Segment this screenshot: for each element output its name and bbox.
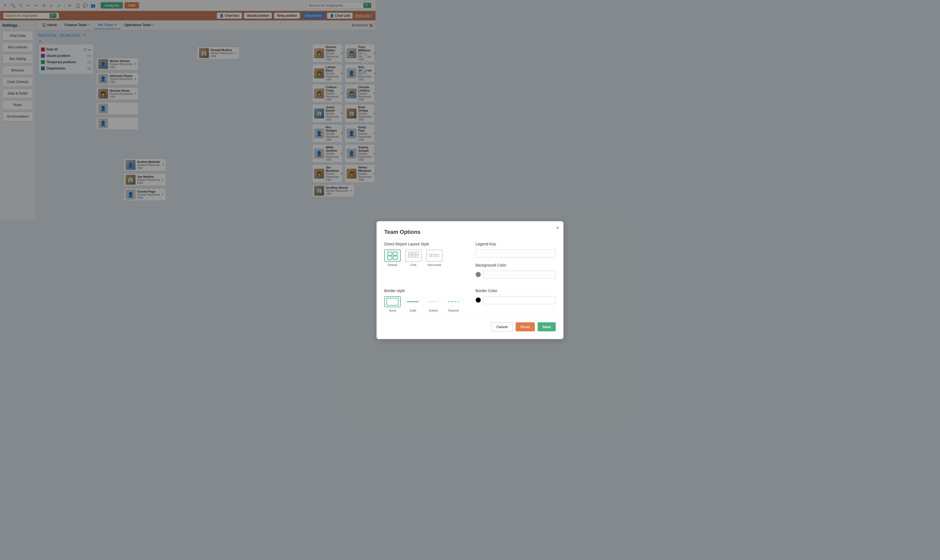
- modal-overlay[interactable]: Team Options × Direct Report Layout Styl…: [0, 0, 375, 224]
